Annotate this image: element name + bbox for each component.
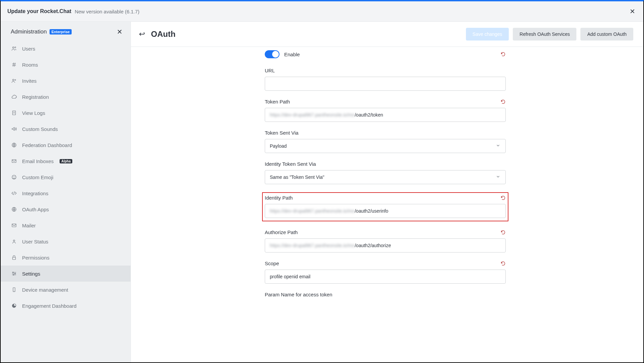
sidebar-item-label: Invites xyxy=(22,78,36,84)
svg-point-14 xyxy=(15,273,15,274)
sidebar-item-label: Engagement Dashboard xyxy=(22,303,77,309)
sidebar-item-settings[interactable]: Settings xyxy=(1,266,131,282)
svg-point-15 xyxy=(13,275,14,275)
svg-point-2 xyxy=(13,79,14,81)
sidebar-item-integrations[interactable]: Integrations xyxy=(1,185,131,201)
sound-icon xyxy=(11,126,17,132)
enable-label: Enable xyxy=(284,52,300,57)
svg-point-13 xyxy=(13,272,13,273)
banner-title: Update your Rocket.Chat xyxy=(7,8,71,14)
banner-subtitle: New version available (6.1.7) xyxy=(75,9,139,14)
sidebar-item-permissions[interactable]: Permissions xyxy=(1,249,131,266)
sidebar-item-view-logs[interactable]: View Logs xyxy=(1,105,131,121)
lock-icon xyxy=(11,254,17,261)
scope-input[interactable] xyxy=(265,270,506,284)
mail-icon xyxy=(11,222,17,229)
identity-path-highlight: Identity Path https://dev-drupal867.pant… xyxy=(262,192,508,221)
reset-icon[interactable] xyxy=(500,52,506,57)
svg-rect-10 xyxy=(12,224,16,227)
url-label: URL xyxy=(265,68,506,73)
sidebar-item-label: Integrations xyxy=(22,191,48,196)
device-icon xyxy=(11,286,17,293)
scope-label: Scope xyxy=(265,261,279,266)
sidebar-item-users[interactable]: Users xyxy=(1,41,131,57)
token-sent-via-label: Token Sent Via xyxy=(265,130,506,136)
sidebar-item-label: Federation Dashboard xyxy=(22,142,72,148)
close-icon[interactable]: ✕ xyxy=(117,28,123,36)
users-icon xyxy=(11,45,17,52)
sidebar-item-label: Permissions xyxy=(22,255,50,261)
sidebar-item-rooms[interactable]: Rooms xyxy=(1,57,131,73)
code-icon xyxy=(11,190,17,197)
page-header: ↩ OAuth Save changes Refresh OAuth Servi… xyxy=(131,22,643,47)
sidebar: Administration Enterprise ✕ Users Rooms … xyxy=(1,22,131,363)
mail-icon xyxy=(11,158,17,164)
sidebar-item-user-status[interactable]: User Status xyxy=(1,233,131,249)
sidebar-item-label: Device management xyxy=(22,287,68,293)
identity-path-label: Identity Path xyxy=(265,195,293,201)
sidebar-item-label: Mailer xyxy=(22,223,36,228)
sidebar-item-label: Registration xyxy=(22,94,49,100)
sidebar-item-label: OAuth Apps xyxy=(22,207,49,212)
svg-point-7 xyxy=(13,176,13,177)
sidebar-item-mailer[interactable]: Mailer xyxy=(1,217,131,233)
reset-icon[interactable] xyxy=(500,195,506,201)
svg-point-1 xyxy=(15,47,16,48)
token-path-input[interactable]: https://dev-drupal867.pantheonsite.io/mo… xyxy=(265,108,506,122)
page-title: OAuth xyxy=(151,29,175,39)
sidebar-item-email-inboxes[interactable]: Email Inboxes Alpha xyxy=(1,153,131,169)
user-icon xyxy=(11,238,17,245)
svg-point-0 xyxy=(13,47,14,49)
enterprise-badge: Enterprise xyxy=(50,29,72,34)
sidebar-item-invites[interactable]: Invites xyxy=(1,73,131,89)
globe-icon xyxy=(11,206,17,213)
param-name-label: Param Name for access token xyxy=(265,292,506,297)
sidebar-item-label: View Logs xyxy=(22,110,45,116)
enable-toggle[interactable] xyxy=(265,50,279,58)
reset-icon[interactable] xyxy=(500,99,506,104)
emoji-icon xyxy=(11,174,17,180)
token-path-label: Token Path xyxy=(265,99,290,104)
document-icon xyxy=(11,110,17,116)
back-arrow-icon[interactable]: ↩ xyxy=(139,30,145,39)
sidebar-item-registration[interactable]: Registration xyxy=(1,89,131,105)
alpha-badge: Alpha xyxy=(60,159,72,163)
sidebar-item-label: Custom Sounds xyxy=(22,126,58,132)
token-sent-via-select[interactable]: Payload xyxy=(265,139,506,153)
authorize-path-input[interactable]: https://dev-drupal867.pantheonsite.io/mo… xyxy=(265,238,506,252)
reset-icon[interactable] xyxy=(500,261,506,266)
svg-rect-3 xyxy=(13,111,16,115)
sidebar-item-engagement-dashboard[interactable]: Engagement Dashboard xyxy=(1,298,131,314)
add-custom-oauth-button[interactable]: Add custom OAuth xyxy=(580,28,633,41)
cloud-icon xyxy=(11,93,17,100)
close-icon[interactable]: ✕ xyxy=(628,6,637,17)
globe-icon xyxy=(11,142,17,148)
update-banner: Update your Rocket.Chat New version avai… xyxy=(1,1,643,22)
svg-point-8 xyxy=(15,176,15,177)
sidebar-title: Administration xyxy=(11,28,47,35)
sidebar-item-label: Email Inboxes xyxy=(22,158,54,164)
identity-token-sent-via-select[interactable]: Same as "Token Sent Via" xyxy=(265,170,506,184)
reset-icon[interactable] xyxy=(500,230,506,235)
sidebar-item-label: Settings xyxy=(22,271,40,277)
sliders-icon xyxy=(11,270,17,277)
sidebar-item-custom-emoji[interactable]: Custom Emoji xyxy=(1,169,131,185)
identity-token-sent-via-label: Identity Token Sent Via xyxy=(265,161,506,167)
url-input[interactable] xyxy=(265,77,506,91)
sidebar-item-device-management[interactable]: Device management xyxy=(1,282,131,298)
save-button[interactable]: Save changes xyxy=(466,28,509,41)
identity-path-input[interactable]: https://dev-drupal867.pantheonsite.io/mo… xyxy=(265,204,506,218)
authorize-path-label: Authorize Path xyxy=(265,229,298,235)
sidebar-item-label: Rooms xyxy=(22,62,38,68)
hash-icon xyxy=(11,61,17,68)
refresh-oauth-button[interactable]: Refresh OAuth Services xyxy=(513,28,576,41)
sidebar-item-custom-sounds[interactable]: Custom Sounds xyxy=(1,121,131,137)
user-plus-icon xyxy=(11,77,17,84)
sidebar-item-label: Custom Emoji xyxy=(22,174,53,180)
pie-chart-icon xyxy=(11,302,17,309)
svg-rect-5 xyxy=(12,160,16,163)
sidebar-item-label: User Status xyxy=(22,239,48,244)
sidebar-item-oauth-apps[interactable]: OAuth Apps xyxy=(1,201,131,217)
sidebar-item-federation[interactable]: Federation Dashboard xyxy=(1,137,131,153)
svg-rect-12 xyxy=(13,257,16,260)
